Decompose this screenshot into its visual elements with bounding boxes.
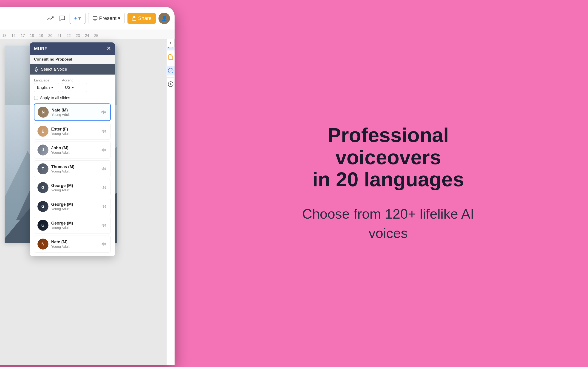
svg-marker-25	[102, 224, 104, 227]
voice-avatar: G	[37, 220, 48, 231]
accent-label: Accent	[62, 78, 87, 82]
voice-name: George (M)	[51, 183, 98, 188]
trending-icon[interactable]	[46, 14, 55, 23]
comment-icon[interactable]	[58, 14, 67, 23]
svg-rect-3	[132, 18, 136, 20]
voice-play-icon[interactable]	[100, 222, 107, 229]
voice-item[interactable]: N Nate (M) Young Adult	[34, 236, 111, 252]
tablet-mockup: + ▾ Present ▾ Share 👤	[0, 0, 188, 367]
svg-marker-22	[102, 167, 104, 170]
language-label: Language	[34, 78, 59, 82]
voice-type: Young Adult	[51, 150, 98, 154]
tablet-screen: + ▾ Present ▾ Share 👤	[0, 7, 174, 365]
collapse-button[interactable]	[166, 39, 174, 47]
modal-title: MURF	[34, 46, 47, 51]
sidebar-check-icon[interactable]	[166, 66, 175, 75]
modal-close-button[interactable]: ✕	[107, 46, 111, 52]
voice-avatar: J	[37, 144, 48, 156]
voice-play-icon[interactable]	[100, 184, 107, 191]
select-voice-label: Select a Voice	[41, 67, 67, 72]
user-avatar[interactable]: 👤	[158, 13, 170, 24]
voice-item[interactable]: N Nate (M) Young Adult	[34, 103, 111, 121]
voice-avatar: N	[37, 239, 48, 250]
svg-marker-24	[102, 205, 104, 208]
voice-name: Thomas (M)	[51, 165, 98, 169]
apply-all-row: Apply to all slides	[34, 96, 111, 100]
sidebar-note-icon[interactable]	[166, 52, 175, 62]
voice-play-icon[interactable]	[100, 165, 107, 172]
modal-body: Language English ▾ Accent US ▾	[30, 75, 115, 256]
voice-info: George (M) Young Adult	[51, 221, 98, 230]
svg-marker-21	[102, 149, 104, 151]
voice-play-icon[interactable]	[100, 147, 107, 153]
voice-name: George (M)	[51, 202, 98, 207]
voice-avatar: G	[37, 182, 48, 193]
voice-avatar: G	[37, 201, 48, 212]
voice-info: George (M) Young Adult	[51, 202, 98, 211]
voice-info: John (M) Young Adult	[51, 146, 98, 154]
language-select[interactable]: English ▾	[34, 83, 59, 92]
apply-all-checkbox[interactable]	[34, 96, 38, 100]
present-button[interactable]: Present ▾	[88, 13, 125, 24]
voice-play-icon[interactable]	[100, 128, 107, 135]
ruler: 15 16 17 18 19 20 21 22 23 24 25	[0, 30, 174, 39]
sidebar-add-icon[interactable]	[166, 79, 175, 89]
language-value: English	[37, 85, 50, 90]
headline-line1: Professional voiceovers	[328, 124, 449, 169]
voice-name: John (M)	[51, 146, 98, 150]
svg-rect-0	[93, 16, 97, 19]
voice-play-icon[interactable]	[100, 109, 107, 116]
modal-subheader: Select a Voice	[30, 64, 115, 75]
share-button[interactable]: Share	[128, 13, 156, 24]
svg-marker-20	[102, 130, 104, 133]
voice-item[interactable]: J John (M) Young Adult	[34, 142, 111, 158]
marketing-section: Professional voiceovers in 20 languages …	[188, 0, 588, 367]
voice-type: Young Adult	[51, 244, 98, 248]
app-topbar: + ▾ Present ▾ Share 👤	[0, 7, 174, 30]
voice-avatar: T	[37, 163, 48, 174]
voice-info: Ester (F) Young Adult	[51, 127, 98, 135]
voice-item[interactable]: G George (M) Young Adult	[34, 179, 111, 196]
svg-marker-26	[102, 243, 104, 245]
voice-name: Ester (F)	[51, 127, 98, 132]
chevron-down-icon: ▾	[78, 15, 81, 21]
sidebar-divider	[167, 64, 174, 64]
voice-item[interactable]: E Ester (F) Young Adult	[34, 123, 111, 140]
voice-type: Young Adult	[51, 207, 98, 211]
voice-type: Young Adult	[51, 226, 98, 230]
voice-play-icon[interactable]	[100, 203, 107, 210]
language-chevron-icon: ▾	[51, 85, 53, 90]
voice-info: George (M) Young Adult	[51, 183, 98, 192]
marketing-subtitle: Choose from 120+ lifelike AI voices	[296, 204, 480, 243]
tablet-frame: + ▾ Present ▾ Share 👤	[0, 7, 174, 365]
voice-name: George (M)	[51, 221, 98, 226]
present-chevron-icon: ▾	[118, 15, 120, 21]
voice-info: Nate (M) Young Adult	[51, 240, 98, 248]
proposal-title: Consulting Proposal	[34, 57, 72, 61]
apply-all-label: Apply to all slides	[40, 96, 70, 100]
voice-name: Nate (M)	[51, 240, 98, 244]
accent-filter-group: Accent US ▾	[62, 78, 87, 92]
voice-play-icon[interactable]	[100, 241, 107, 248]
voice-item[interactable]: G George (M) Young Adult	[34, 198, 111, 215]
voice-avatar: E	[37, 126, 48, 137]
add-button[interactable]: + ▾	[69, 13, 86, 24]
headline-line2: in 20 languages	[312, 168, 464, 191]
voice-type: Young Adult	[52, 113, 97, 117]
present-label: Present	[99, 15, 116, 21]
voice-avatar: N	[38, 107, 49, 118]
svg-marker-19	[102, 111, 104, 114]
filter-row: Language English ▾ Accent US ▾	[34, 78, 111, 92]
accent-value: US	[65, 85, 70, 90]
voice-item[interactable]: T Thomas (M) Young Adult	[34, 160, 111, 177]
accent-select[interactable]: US ▾	[62, 83, 87, 92]
voice-info: Thomas (M) Young Adult	[51, 165, 98, 173]
proposal-title-bar: Consulting Proposal	[30, 55, 115, 64]
sidebar-divider-2	[167, 77, 174, 77]
svg-marker-23	[102, 186, 104, 189]
right-sidebar	[166, 39, 174, 365]
language-filter-group: Language English ▾	[34, 78, 59, 92]
voice-type: Young Adult	[51, 132, 98, 135]
voice-item[interactable]: G George (M) Young Adult	[34, 217, 111, 234]
voice-info: Nate (M) Young Adult	[52, 108, 97, 117]
